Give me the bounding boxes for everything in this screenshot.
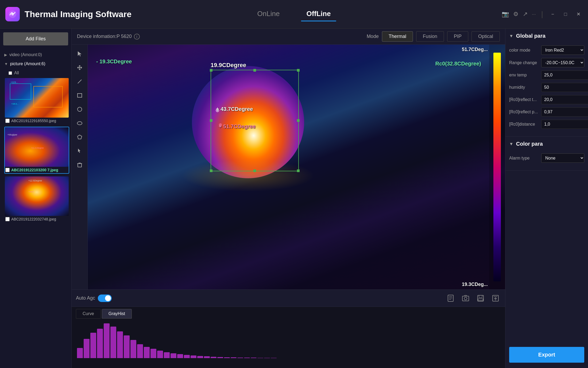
rc0-reflect-p-input[interactable] bbox=[541, 107, 588, 117]
tab-online[interactable]: OnLine bbox=[252, 7, 285, 21]
pointer-tool-button[interactable] bbox=[74, 145, 86, 157]
select-tool-button[interactable] bbox=[74, 48, 86, 60]
picture-item-label: picture (Amount:6) bbox=[10, 61, 45, 66]
color-para-header[interactable]: ▼ Color para bbox=[505, 137, 588, 151]
hist-bar-5 bbox=[110, 327, 116, 358]
chevron-down-icon: ▼ bbox=[4, 62, 8, 66]
env-temp-input[interactable] bbox=[541, 71, 588, 80]
humidity-row: humidity % bbox=[509, 83, 584, 92]
hist-bar-25 bbox=[244, 358, 250, 358]
select-all-checkbox[interactable] bbox=[9, 71, 12, 75]
thermal-gradient-1: +Mugiper +11.3.Degree bbox=[5, 127, 69, 167]
image-area: 51.7CDeg... 19.3CDeg... - 19.3CDegree 19… bbox=[88, 45, 505, 289]
ellipse-tool-button[interactable] bbox=[74, 117, 86, 129]
rc0-reflect-t-input[interactable] bbox=[541, 95, 588, 104]
capture-icon[interactable] bbox=[460, 293, 471, 304]
rc0-distance-input[interactable] bbox=[541, 120, 588, 129]
hist-bar-10 bbox=[144, 347, 150, 358]
hist-bar-14 bbox=[171, 353, 176, 358]
toggle-knob bbox=[105, 295, 111, 301]
thumb-checkbox-1[interactable] bbox=[5, 168, 10, 172]
hist-bar-15 bbox=[177, 354, 183, 358]
save-icon[interactable] bbox=[475, 293, 486, 304]
thumbnail-list: All +123... +18.3... bbox=[0, 68, 71, 226]
sidebar-item-video[interactable]: ▶ video (Amount:0) bbox=[0, 50, 71, 59]
svg-text:+18.3...: +18.3... bbox=[11, 103, 18, 105]
maximize-button[interactable]: □ bbox=[561, 10, 570, 18]
svg-rect-17 bbox=[448, 295, 453, 301]
svg-point-13 bbox=[77, 122, 82, 125]
tab-offline[interactable]: OffLine bbox=[301, 7, 336, 21]
handle-br[interactable] bbox=[297, 169, 300, 172]
selection-rectangle[interactable] bbox=[211, 70, 299, 171]
rc0-reflect-p-label: [Rc0]reflect p... bbox=[509, 110, 541, 114]
svg-rect-11 bbox=[78, 94, 82, 97]
hist-bar-7 bbox=[124, 335, 130, 358]
line-tool-button[interactable] bbox=[74, 76, 86, 87]
hist-bar-28 bbox=[264, 358, 270, 358]
svg-rect-24 bbox=[479, 295, 482, 298]
thumbnail-item-2[interactable]: +12.5Degree +15.4 ABC20191222032748.jpeg bbox=[4, 176, 69, 223]
rc0-reflect-p-row: [Rc0]reflect p... bbox=[509, 107, 584, 117]
auto-agc-control: Auto Agc bbox=[76, 295, 112, 302]
add-files-button[interactable]: Add Files bbox=[3, 32, 68, 45]
polygon-tool-button[interactable] bbox=[74, 131, 86, 143]
color-mode-select[interactable]: Iron Red2 Rainbow Grayscale bbox=[541, 45, 584, 55]
handle-mr[interactable] bbox=[297, 119, 300, 122]
handle-tl[interactable] bbox=[210, 69, 212, 72]
env-temp-label: env temp bbox=[509, 73, 541, 78]
thumbnail-item-1[interactable]: +Mugiper +11.3.Degree ABC2019122103200 7… bbox=[4, 127, 69, 174]
alarm-type-label: Alarm type bbox=[509, 156, 541, 161]
color-mode-row: color mode Iron Red2 Rainbow Grayscale bbox=[509, 45, 584, 55]
circle-tool-button[interactable] bbox=[74, 103, 86, 115]
minimize-button[interactable]: − bbox=[548, 10, 557, 18]
svg-rect-23 bbox=[478, 295, 483, 301]
thumb-check-2: ABC20191222032748.jpeg bbox=[5, 216, 69, 222]
mode-btn-thermal[interactable]: Thermal bbox=[382, 31, 413, 42]
tab-curve[interactable]: Curve bbox=[76, 309, 101, 319]
share-icon[interactable]: ↗ bbox=[523, 11, 528, 18]
thumb-checkbox-2[interactable] bbox=[5, 217, 10, 221]
info-icon[interactable]: i bbox=[134, 34, 140, 40]
sidebar-item-picture[interactable]: ▼ picture (Amount:6) bbox=[0, 59, 71, 68]
hist-bar-29 bbox=[271, 358, 277, 358]
mode-btn-fusion[interactable]: Fusion bbox=[416, 31, 444, 42]
mode-btn-optical[interactable]: Optical bbox=[471, 31, 500, 42]
settings-icon[interactable]: ⚙ bbox=[513, 11, 519, 18]
device-info-text: Device infomation:P 5620 bbox=[77, 34, 132, 39]
env-temp-row: env temp D bbox=[509, 71, 584, 80]
main-layout: Add Files ▶ video (Amount:0) ▼ picture (… bbox=[0, 29, 588, 368]
humidity-input[interactable] bbox=[541, 83, 588, 92]
svg-point-1 bbox=[11, 13, 14, 16]
svg-point-22 bbox=[464, 297, 467, 300]
close-button[interactable]: ✕ bbox=[574, 10, 583, 18]
export-icon[interactable] bbox=[490, 293, 501, 304]
handle-tc[interactable] bbox=[253, 69, 256, 72]
thumb-check-1: ABC2019122103200 7.jpeg bbox=[5, 167, 69, 173]
svg-rect-25 bbox=[478, 299, 483, 301]
export-button[interactable]: Export bbox=[509, 347, 584, 363]
global-para-collapse-icon: ▼ bbox=[509, 34, 513, 38]
tab-grayhist[interactable]: GrayHist bbox=[102, 309, 132, 319]
more-icon[interactable]: ··· bbox=[532, 11, 536, 17]
thumb-check-0: ABC20191229185550.jpeg bbox=[5, 118, 69, 124]
auto-agc-toggle[interactable] bbox=[98, 295, 112, 302]
handle-bl[interactable] bbox=[210, 169, 212, 172]
handle-bc[interactable] bbox=[253, 169, 256, 172]
alarm-type-select[interactable]: None High Alarm Low Alarm bbox=[541, 153, 584, 163]
hist-bar-20 bbox=[211, 357, 216, 358]
global-para-header[interactable]: ▼ Global para bbox=[505, 29, 588, 43]
delete-tool-button[interactable] bbox=[74, 159, 86, 171]
camera-icon[interactable]: 📷 bbox=[502, 11, 509, 18]
hist-bar-8 bbox=[130, 340, 136, 358]
report-icon[interactable] bbox=[445, 293, 456, 304]
thumb-checkbox-0[interactable] bbox=[5, 119, 10, 123]
move-tool-button[interactable] bbox=[74, 62, 86, 73]
handle-ml[interactable] bbox=[210, 119, 212, 122]
color-para-collapse-icon: ▼ bbox=[509, 142, 513, 146]
handle-tr[interactable] bbox=[297, 69, 300, 72]
thumbnail-item-0[interactable]: +123... +18.3... ABC20191229185550.jpeg bbox=[4, 78, 69, 125]
mode-btn-pip[interactable]: PIP bbox=[447, 31, 468, 42]
rect-tool-button[interactable] bbox=[74, 90, 86, 101]
range-change-select[interactable]: -20.0C~150.0C 0C~100C bbox=[541, 58, 584, 67]
